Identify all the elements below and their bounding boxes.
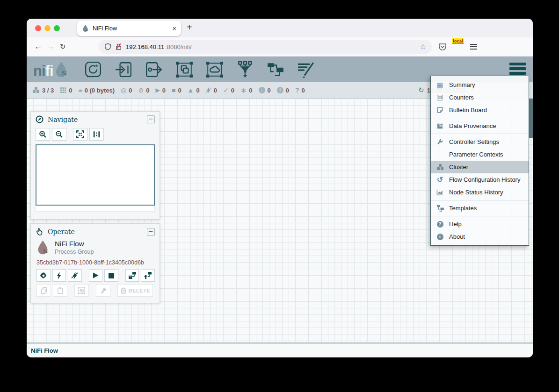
- refresh-icon[interactable]: ↻: [418, 86, 424, 94]
- menu-label: Controller Settings: [449, 138, 499, 145]
- operate-panel: Operate − NiFi Flow Process Group 35cbd3…: [30, 223, 160, 303]
- nifi-logo: nifi: [33, 62, 68, 78]
- cluster-icon: [32, 87, 40, 93]
- operate-collapse-button[interactable]: −: [147, 228, 155, 236]
- templates-icon: [436, 205, 444, 212]
- pocket-icon[interactable]: [438, 43, 447, 51]
- flow-id: 35cbd3b7-017b-1000-8bff-1c3405c00d6b: [31, 255, 160, 267]
- reload-button[interactable]: ↻: [57, 43, 69, 51]
- zoom-out-button[interactable]: [52, 128, 66, 141]
- menu-item-summary[interactable]: ▦Summary: [431, 78, 529, 91]
- nifi-favicon-drop-icon: [82, 25, 89, 32]
- start-button[interactable]: [89, 269, 103, 282]
- new-tab-button[interactable]: +: [187, 22, 192, 33]
- processor-component-icon[interactable]: [84, 61, 102, 78]
- menu-item-flow-configuration-history[interactable]: ↺Flow Configuration History: [431, 173, 529, 186]
- shield-icon[interactable]: [104, 43, 111, 50]
- menu-item-parameter-contexts[interactable]: Parameter Contexts: [431, 148, 529, 161]
- canvas-scrollbar[interactable]: [529, 99, 533, 138]
- disable-button[interactable]: [68, 269, 82, 282]
- breadcrumb-root[interactable]: NiFi Flow: [31, 347, 58, 354]
- birdseye-minimap[interactable]: [36, 144, 155, 206]
- bookmark-star-icon[interactable]: ☆: [420, 43, 426, 51]
- operate-buttons-row2: DELETE: [31, 282, 160, 297]
- template-component-icon[interactable]: [267, 61, 284, 78]
- traffic-zoom-button[interactable]: [54, 25, 60, 31]
- menu-separator: [431, 134, 529, 134]
- profile-avatar[interactable]: local: [454, 42, 463, 51]
- locally-modified-stale-icon: !: [277, 87, 283, 93]
- output-port-component-icon[interactable]: [145, 61, 163, 78]
- firefox-menu-button[interactable]: [470, 44, 477, 50]
- menu-separator: [431, 216, 529, 216]
- upload-template-button[interactable]: [141, 269, 155, 282]
- fill-color-button: [96, 284, 110, 297]
- tab-title: NiFi Flow: [93, 25, 168, 32]
- browser-tab[interactable]: NiFi Flow ×: [77, 21, 181, 36]
- menu-separator: [431, 200, 529, 200]
- menu-item-help[interactable]: ?Help: [431, 218, 529, 230]
- stat-active-threads: 0: [60, 87, 72, 94]
- global-menu-button[interactable]: [509, 63, 526, 75]
- menu-item-counters[interactable]: 23Counters: [431, 91, 529, 104]
- navigate-collapse-button[interactable]: −: [147, 115, 155, 123]
- navigate-title: Navigate: [48, 116, 78, 123]
- menu-label: Help: [449, 221, 462, 228]
- menu-item-about[interactable]: iAbout: [431, 230, 529, 243]
- menu-item-bulletin-board[interactable]: Bulletin Board: [431, 104, 529, 116]
- menu-label: Parameter Contexts: [449, 151, 503, 158]
- zoom-in-button[interactable]: [36, 128, 50, 141]
- global-menu-popup: ▦Summary 23Counters Bulletin Board Data …: [430, 76, 529, 246]
- process-group-component-icon[interactable]: [175, 61, 193, 78]
- stat-running: ▶0: [155, 87, 165, 94]
- url-bar[interactable]: 192.168.40.11 :8080/nifi/ ☆: [99, 40, 432, 54]
- stop-button[interactable]: [104, 269, 118, 282]
- about-icon: i: [436, 234, 444, 240]
- sync-failure-icon: ?: [295, 86, 299, 94]
- create-template-button[interactable]: [125, 269, 139, 282]
- disabled-icon: [206, 87, 211, 93]
- configure-button[interactable]: [36, 269, 51, 282]
- breadcrumb-bar: NiFi Flow: [27, 343, 533, 357]
- profile-container-badge: local: [452, 38, 464, 44]
- data-provenance-icon: [436, 122, 444, 129]
- tab-close-icon[interactable]: ×: [172, 25, 176, 32]
- stat-cluster: 3 / 3: [32, 87, 54, 94]
- traffic-minimize-button[interactable]: [44, 25, 51, 31]
- menu-label: Templates: [449, 205, 477, 212]
- stat-not-transmitting: ⊘0: [138, 86, 149, 94]
- zoom-fit-button[interactable]: [73, 128, 87, 141]
- operate-buttons-row1: [31, 267, 160, 282]
- flow-name: NiFi Flow: [55, 240, 94, 248]
- back-button[interactable]: ←: [32, 42, 44, 51]
- stat-queued: ≡0 (0 bytes): [79, 86, 115, 94]
- stat-disabled: 0: [206, 87, 217, 94]
- menu-item-controller-settings[interactable]: Controller Settings: [431, 135, 529, 148]
- menu-label: About: [449, 233, 465, 240]
- browser-window: NiFi Flow × + ← → ↻ 192.168.40.11 :8080/…: [27, 19, 533, 357]
- menu-separator: [431, 118, 529, 118]
- tab-bar: NiFi Flow × +: [27, 19, 533, 37]
- insecure-lock-icon[interactable]: [115, 43, 122, 50]
- funnel-component-icon[interactable]: [236, 61, 254, 78]
- history-icon: ↺: [436, 175, 444, 184]
- enable-button[interactable]: [52, 269, 66, 282]
- logo-ni: ni: [33, 65, 45, 77]
- remote-process-group-component-icon[interactable]: [206, 61, 224, 78]
- menu-item-cluster[interactable]: Cluster: [431, 161, 529, 173]
- not-transmitting-icon: ⊘: [138, 86, 144, 94]
- summary-icon: ▦: [436, 81, 444, 89]
- zoom-actual-size-button[interactable]: [89, 128, 104, 141]
- cluster-menu-icon: [436, 164, 444, 171]
- menu-label: Bulletin Board: [449, 107, 487, 114]
- menu-item-templates[interactable]: Templates: [431, 202, 529, 214]
- label-component-icon[interactable]: [297, 61, 315, 78]
- logo-drop-icon: [54, 62, 68, 78]
- transmitting-icon: ◎: [121, 86, 126, 94]
- menu-item-data-provenance[interactable]: Data Provenance: [431, 120, 529, 132]
- menu-item-node-status-history[interactable]: Node Status History: [431, 186, 529, 199]
- input-port-component-icon[interactable]: [115, 61, 132, 78]
- hand-pointer-icon: [36, 228, 44, 236]
- queued-icon: ≡: [79, 86, 82, 94]
- traffic-close-button[interactable]: [35, 25, 41, 31]
